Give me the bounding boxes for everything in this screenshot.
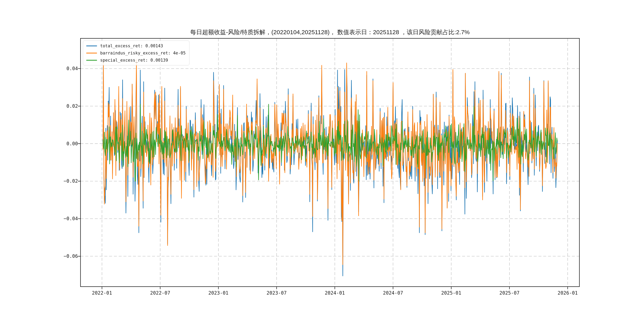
legend-label: special_excess_ret: 0.00139	[100, 58, 168, 62]
y-tick-label: −0.04	[0, 216, 78, 222]
x-tick-label: 2022-01	[92, 290, 112, 296]
figure: 每日超额收益-风险/特质拆解，(20220104,20251128)， 数值表示…	[0, 0, 644, 322]
legend-line-sample	[86, 60, 97, 60]
y-tick-label: −0.06	[0, 254, 78, 259]
x-tick-label: 2026-01	[558, 290, 578, 296]
y-tick-label: 0.02	[0, 103, 78, 109]
x-tick-label: 2022-07	[150, 290, 170, 296]
x-tick-label: 2025-01	[441, 290, 461, 296]
x-tick-label: 2025-07	[499, 290, 519, 296]
legend-entry: special_excess_ret: 0.00139	[86, 58, 186, 63]
legend-label: barraindus_risky_excess_ret: 4e-05	[100, 51, 186, 56]
legend: total_excess_ret: 0.00143barraindus_risk…	[83, 40, 190, 66]
legend-entry: total_excess_ret: 0.00143	[86, 43, 186, 48]
x-tick-label: 2023-01	[208, 290, 228, 296]
legend-line-sample	[86, 53, 97, 54]
legend-line-sample	[86, 46, 97, 46]
y-tick-label: 0.00	[0, 141, 78, 146]
y-tick-label: 0.04	[0, 66, 78, 71]
x-tick-label: 2023-07	[266, 290, 286, 296]
x-tick-label: 2024-01	[325, 290, 345, 296]
chart-title: 每日超额收益-风险/特质拆解，(20220104,20251128)， 数值表示…	[80, 28, 580, 36]
y-tick-label: −0.02	[0, 178, 78, 184]
legend-label: total_excess_ret: 0.00143	[100, 44, 163, 48]
x-tick-label: 2024-07	[383, 290, 403, 296]
legend-entry: barraindus_risky_excess_ret: 4e-05	[86, 50, 186, 56]
